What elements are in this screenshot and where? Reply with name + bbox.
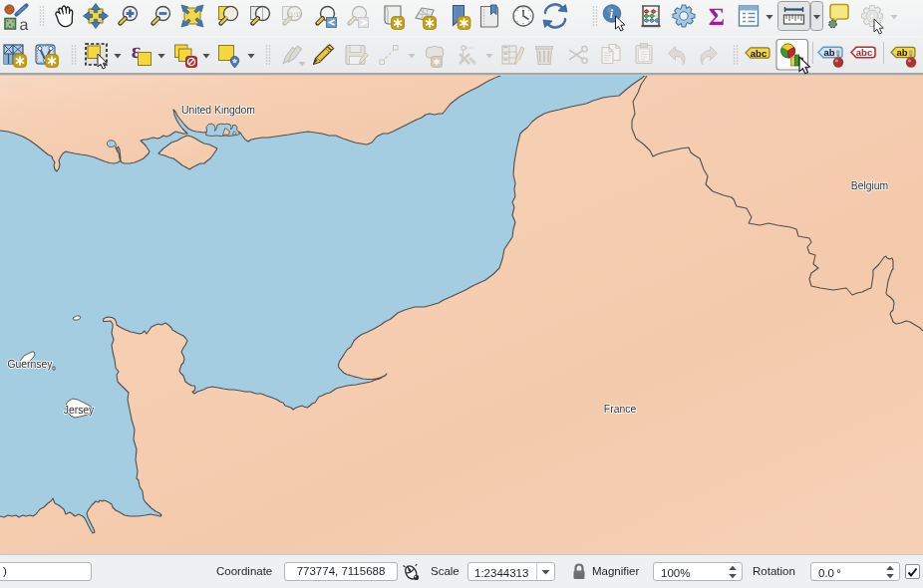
svg-text:Belgium: Belgium bbox=[851, 178, 889, 192]
svg-text:ab: ab bbox=[823, 48, 834, 59]
svg-text:Jersey: Jersey bbox=[64, 403, 95, 417]
svg-text:Σ: Σ bbox=[709, 4, 725, 31]
svg-text:France: France bbox=[604, 402, 637, 416]
svg-text:abc: abc bbox=[751, 49, 767, 60]
svg-text:abc: abc bbox=[856, 48, 872, 59]
svg-text:i: i bbox=[610, 7, 614, 21]
svg-text:a: a bbox=[20, 17, 29, 34]
svg-text:ab: ab bbox=[896, 48, 907, 59]
svg-text:(1:1): (1:1) bbox=[288, 12, 301, 19]
svg-text:United Kingdom: United Kingdom bbox=[181, 103, 255, 117]
svg-text:Guernsey: Guernsey bbox=[7, 357, 52, 371]
